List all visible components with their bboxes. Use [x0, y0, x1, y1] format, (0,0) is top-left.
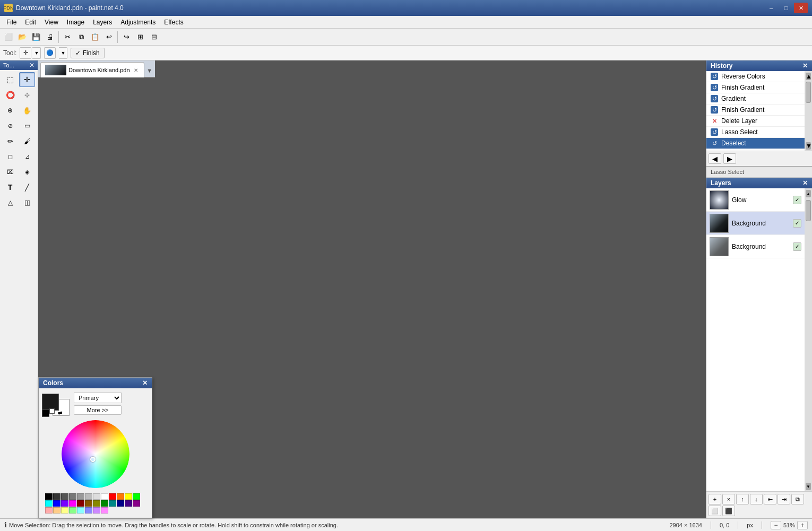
- tool-pencil[interactable]: ✏: [2, 134, 18, 149]
- palette-swatch[interactable]: [93, 500, 100, 507]
- tool-recolor[interactable]: ◈: [19, 164, 35, 179]
- palette-swatch[interactable]: [117, 500, 124, 507]
- menu-item-layers[interactable]: Layers: [89, 18, 116, 27]
- history-redo-button[interactable]: ▶: [723, 153, 736, 164]
- history-item[interactable]: ↺Deselect: [706, 138, 805, 149]
- layer-item[interactable]: Background✓: [706, 235, 805, 258]
- history-item[interactable]: ↺Reverse Colors: [706, 71, 805, 82]
- toolbar-copy-button[interactable]: ⧉: [75, 31, 88, 43]
- tool-magic-wand[interactable]: ⊘: [2, 118, 18, 133]
- history-close-button[interactable]: ✕: [802, 62, 808, 69]
- layer-visibility-toggle[interactable]: ✓: [793, 242, 801, 251]
- scrollbar-thumb[interactable]: [806, 82, 811, 103]
- toolbar-canvas-size-button[interactable]: ⊟: [148, 31, 160, 43]
- palette-swatch[interactable]: [61, 493, 68, 500]
- layers-scrollbar-up[interactable]: ▲: [806, 190, 811, 197]
- tool-zoom[interactable]: ⊕: [2, 103, 18, 118]
- layers-scrollbar[interactable]: ▲ ▼: [805, 188, 812, 491]
- palette-swatch[interactable]: [53, 493, 61, 500]
- toolbar-crop-to-selection-button[interactable]: ⊞: [134, 31, 146, 43]
- tool-eraser[interactable]: ◻: [2, 149, 18, 164]
- palette-swatch[interactable]: [53, 507, 61, 513]
- palette-swatch[interactable]: [101, 493, 108, 500]
- palette-swatch[interactable]: [61, 507, 68, 513]
- tool-lasso[interactable]: ⭕: [2, 88, 18, 102]
- tool-selector-dropdown[interactable]: ▼: [32, 47, 41, 59]
- menu-item-effects[interactable]: Effects: [160, 18, 187, 27]
- history-item[interactable]: ✕Delete Layer: [706, 116, 805, 127]
- layer-item[interactable]: Background✓: [706, 212, 805, 235]
- tools-panel-close[interactable]: ✕: [29, 62, 34, 69]
- layers-scrollbar-down[interactable]: ▼: [806, 483, 811, 490]
- palette-swatch[interactable]: [77, 507, 84, 513]
- layer-visibility-toggle[interactable]: ✓: [793, 219, 801, 228]
- menu-item-edit[interactable]: Edit: [21, 18, 40, 27]
- tool-move[interactable]: ✛: [19, 72, 35, 87]
- tab-scroll-arrow[interactable]: ▼: [144, 64, 155, 77]
- menu-item-view[interactable]: View: [40, 18, 63, 27]
- palette-swatch[interactable]: [77, 500, 84, 507]
- palette-swatch[interactable]: [101, 500, 108, 507]
- toolbar-cut-button[interactable]: ✂: [61, 31, 74, 43]
- layers-panel-header[interactable]: Layers ✕: [706, 178, 812, 188]
- palette-swatch[interactable]: [77, 493, 84, 500]
- menu-item-adjustments[interactable]: Adjustments: [116, 18, 160, 27]
- palette-swatch[interactable]: [133, 500, 140, 507]
- colors-close-button[interactable]: ✕: [142, 379, 148, 387]
- layer-visibility-toggle[interactable]: ✓: [793, 196, 801, 204]
- tab-close-button[interactable]: ✕: [132, 66, 140, 74]
- tool-rectangle-shape[interactable]: ▭: [19, 118, 35, 133]
- colors-panel-header[interactable]: Colors ✕: [39, 378, 152, 388]
- zoom-in-button[interactable]: +: [797, 521, 808, 529]
- scrollbar-up-arrow[interactable]: ▲: [806, 73, 811, 80]
- tool-hand[interactable]: ✋: [19, 103, 35, 118]
- toolbar-open-button[interactable]: 📂: [16, 31, 29, 43]
- zoom-out-button[interactable]: −: [771, 521, 781, 529]
- delete-layer-button[interactable]: ×: [722, 494, 735, 504]
- reset-to-black[interactable]: [42, 410, 49, 417]
- palette-swatch[interactable]: [125, 500, 132, 507]
- tool-color-picker[interactable]: ⊿: [19, 149, 35, 164]
- scrollbar-down-arrow[interactable]: ▼: [806, 142, 811, 150]
- toolbar-new-button[interactable]: ⬜: [2, 31, 15, 43]
- tool-clone-stamp[interactable]: ⌧: [2, 164, 18, 179]
- palette-swatch[interactable]: [93, 507, 100, 513]
- history-undo-button[interactable]: ◀: [709, 153, 721, 164]
- palette-swatch[interactable]: [45, 500, 53, 507]
- move-layer-down-button[interactable]: ↓: [750, 494, 763, 504]
- tool-selector[interactable]: ✛: [20, 47, 31, 59]
- history-item[interactable]: ↺Gradient: [706, 93, 805, 105]
- toolbar-paste-button[interactable]: 📋: [89, 31, 101, 43]
- palette-swatch[interactable]: [133, 493, 140, 500]
- history-panel-header[interactable]: History ✕: [706, 60, 812, 71]
- palette-swatch[interactable]: [109, 493, 116, 500]
- swap-arrows[interactable]: ⇄: [57, 410, 63, 416]
- swap-colors[interactable]: [49, 408, 55, 414]
- history-scrollbar[interactable]: ▲ ▼: [805, 71, 812, 151]
- tool-move-selection[interactable]: ⊹: [19, 88, 35, 102]
- palette-swatch[interactable]: [69, 507, 76, 513]
- palette-swatch[interactable]: [45, 493, 53, 500]
- more-colors-button[interactable]: More >>: [74, 405, 122, 415]
- color-mode-dropdown[interactable]: Primary Secondary: [74, 393, 122, 403]
- tool-gradient[interactable]: ◫: [19, 195, 35, 210]
- move-layer-up-button[interactable]: ↑: [736, 494, 749, 504]
- toolbar-undo-button[interactable]: ↩: [102, 31, 115, 43]
- palette-swatch[interactable]: [69, 500, 76, 507]
- maximize-button[interactable]: □: [779, 3, 793, 13]
- finish-button[interactable]: ✓ Finish: [71, 48, 104, 58]
- duplicate-layer-button[interactable]: ⧉: [791, 494, 804, 504]
- tool-line[interactable]: ╱: [19, 180, 35, 195]
- toolbar-redo-button[interactable]: ↪: [120, 31, 133, 43]
- layer-properties-button[interactable]: ⬜: [709, 506, 721, 516]
- palette-swatch[interactable]: [117, 493, 124, 500]
- tool-text[interactable]: T: [2, 180, 18, 195]
- tool-paintbrush[interactable]: 🖌: [19, 134, 35, 149]
- menu-item-file[interactable]: File: [2, 18, 21, 27]
- palette-swatch[interactable]: [109, 500, 116, 507]
- history-item[interactable]: ↺Lasso Select: [706, 127, 805, 138]
- palette-swatch[interactable]: [45, 507, 53, 513]
- palette-swatch[interactable]: [53, 500, 61, 507]
- palette-swatch[interactable]: [85, 500, 92, 507]
- close-button[interactable]: ✕: [794, 3, 808, 13]
